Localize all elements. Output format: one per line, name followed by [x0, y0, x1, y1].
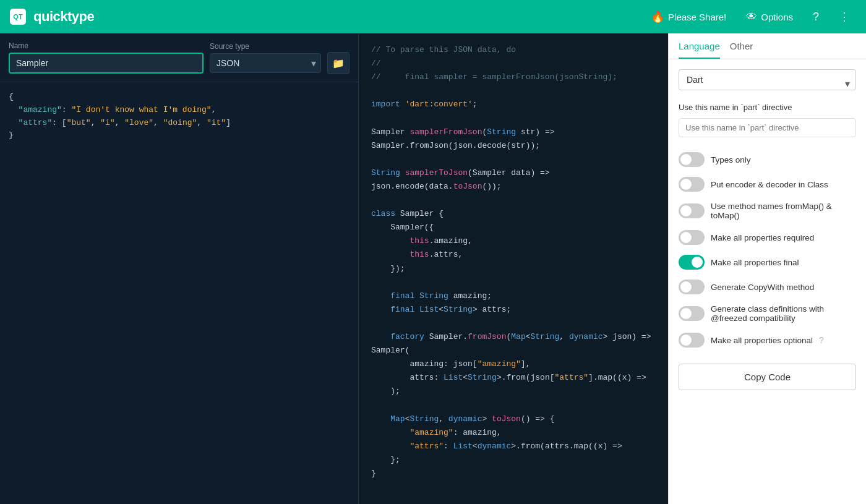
- language-select-wrap: Dart TypeScript Python C# Go Java Kotlin…: [679, 69, 856, 98]
- name-label: Name: [9, 41, 204, 50]
- toggle-row-encoder-decoder: Put encoder & decoder in Class: [679, 173, 856, 195]
- toggle-props-optional[interactable]: [679, 333, 705, 348]
- more-dots-icon: ⋮: [839, 10, 850, 23]
- code-line: Sampler({: [371, 221, 656, 234]
- source-select[interactable]: JSON JSON Schema TypeScript GraphQL: [210, 53, 321, 73]
- code-line: [371, 84, 656, 98]
- name-input[interactable]: [9, 53, 204, 74]
- copy-code-button[interactable]: Copy Code: [679, 364, 856, 390]
- left-panel-header: Name Source type JSON JSON Schema TypeSc…: [0, 33, 358, 82]
- code-line: this.attrs,: [371, 248, 656, 262]
- help-button[interactable]: ?: [807, 7, 825, 27]
- share-label: Please Share!: [668, 12, 726, 22]
- options-button[interactable]: 👁 Options: [740, 7, 799, 27]
- toggle-copy-with[interactable]: [679, 280, 705, 294]
- logo-text: quicktype: [33, 9, 94, 25]
- part-directive-input[interactable]: [679, 118, 856, 137]
- toggle-label-types-only: Types only: [711, 155, 751, 164]
- main-layout: Name Source type JSON JSON Schema TypeSc…: [0, 33, 866, 504]
- json-editor[interactable]: { "amazing": "I don't know what I'm doin…: [0, 82, 358, 504]
- code-line: [371, 276, 656, 289]
- right-panel: Language Other Dart TypeScript Python C#…: [668, 33, 866, 504]
- toggle-label-props-required: Make all properties required: [711, 233, 814, 242]
- toggle-encoder-decoder[interactable]: [679, 177, 705, 192]
- toggle-label-props-final: Make all properties final: [711, 258, 799, 267]
- code-line: });: [371, 262, 656, 276]
- help-icon-optional[interactable]: ?: [819, 335, 824, 345]
- code-line: String samplerToJson(Sampler data) => js…: [371, 166, 656, 194]
- code-line: // final sampler = samplerFromJson(jsonS…: [371, 70, 656, 84]
- code-line: // To parse this JSON data, do: [371, 43, 656, 57]
- code-line: "amazing": amazing,: [371, 426, 656, 440]
- toggle-label-freezed: Generate class definitions with @freezed…: [711, 304, 856, 323]
- code-line: [371, 153, 656, 166]
- question-icon: ?: [813, 11, 819, 23]
- options-label: Options: [761, 12, 793, 22]
- code-line: amazing: json["amazing"],: [371, 357, 656, 371]
- options-tabs: Language Other: [669, 33, 866, 59]
- toggle-method-names[interactable]: [679, 203, 705, 218]
- tab-other[interactable]: Other: [730, 41, 753, 59]
- part-directive-label: Use this name in `part` directive: [679, 103, 856, 112]
- toggle-row-props-final: Make all properties final: [679, 251, 856, 273]
- options-body: Dart TypeScript Python C# Go Java Kotlin…: [669, 59, 866, 400]
- code-line: import 'dart:convert';: [371, 98, 656, 111]
- code-line: [371, 194, 656, 207]
- source-group: Source type JSON JSON Schema TypeScript …: [210, 42, 321, 73]
- code-line: final List<String> attrs;: [371, 303, 656, 317]
- toggle-row-freezed: Generate class definitions with @freezed…: [679, 301, 856, 327]
- source-select-wrap: JSON JSON Schema TypeScript GraphQL: [210, 53, 321, 73]
- code-line: final String amazing;: [371, 289, 656, 303]
- code-line: };: [371, 453, 656, 467]
- app-header: QT quicktype 🔥 Please Share! 👁 Options ?…: [0, 0, 866, 33]
- toggle-row-props-required: Make all properties required: [679, 226, 856, 249]
- code-line: [371, 111, 656, 125]
- code-line: //: [371, 57, 656, 70]
- toggle-freezed[interactable]: [679, 306, 705, 321]
- code-panel: // To parse this JSON data, do // // fin…: [359, 33, 668, 504]
- flame-icon: 🔥: [651, 10, 664, 23]
- eye-icon: 👁: [746, 11, 757, 23]
- toggle-label-encoder-decoder: Put encoder & decoder in Class: [711, 180, 828, 189]
- more-button[interactable]: ⋮: [833, 6, 856, 27]
- toggle-props-final[interactable]: [679, 255, 705, 270]
- file-upload-button[interactable]: 📁: [327, 52, 349, 74]
- source-label: Source type: [210, 42, 321, 51]
- toggle-label-copy-with: Generate CopyWith method: [711, 283, 814, 292]
- code-line: }: [371, 467, 656, 481]
- code-line: factory Sampler.fromJson(Map<String, dyn…: [371, 330, 656, 357]
- toggle-types-only[interactable]: [679, 152, 705, 167]
- code-line: this.amazing,: [371, 234, 656, 248]
- code-line: attrs: List<String>.from(json["attrs"].m…: [371, 371, 656, 385]
- toggle-label-props-optional: Make all properties optional: [711, 336, 813, 345]
- logo-mark: QT: [10, 9, 26, 25]
- toggle-props-required[interactable]: [679, 230, 705, 245]
- name-group: Name: [9, 41, 204, 74]
- code-line: [371, 317, 656, 330]
- code-line: Map<String, dynamic> toJson() => {: [371, 412, 656, 426]
- toggle-row-types-only: Types only: [679, 148, 856, 171]
- code-line: [371, 398, 656, 412]
- share-button[interactable]: 🔥 Please Share!: [645, 6, 732, 27]
- toggle-row-copy-with: Generate CopyWith method: [679, 276, 856, 298]
- folder-icon: 📁: [332, 58, 345, 69]
- toggle-label-method-names: Use method names fromMap() & toMap(): [711, 202, 856, 220]
- toggle-row-method-names: Use method names fromMap() & toMap(): [679, 198, 856, 224]
- code-line: "attrs": List<dynamic>.from(attrs.map((x…: [371, 440, 656, 453]
- left-panel: Name Source type JSON JSON Schema TypeSc…: [0, 33, 359, 504]
- code-line: Sampler samplerFromJson(String str) => S…: [371, 126, 656, 153]
- language-select[interactable]: Dart TypeScript Python C# Go Java Kotlin…: [679, 69, 856, 90]
- tab-language[interactable]: Language: [679, 41, 720, 59]
- toggle-row-props-optional: Make all properties optional ?: [679, 329, 856, 351]
- code-line: class Sampler {: [371, 207, 656, 221]
- code-line: );: [371, 385, 656, 398]
